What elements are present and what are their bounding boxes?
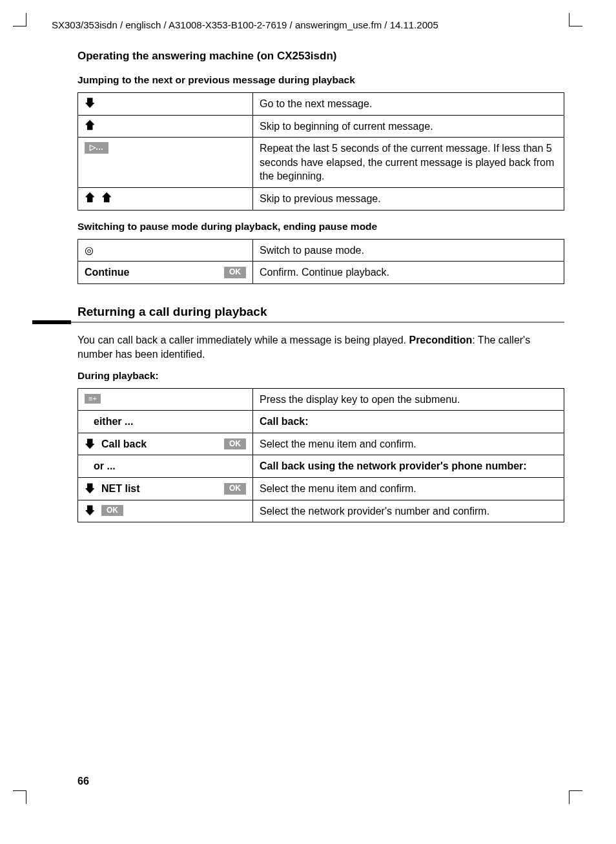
section-rule-icon [77,320,564,324]
step-description: Confirm. Continue playback. [253,262,564,284]
step-description: Skip to previous message. [253,187,564,210]
arrow-down-icon: 🡇 [85,483,96,495]
playback-nav-table: 🡇 Go to the next message. 🡅 Skip to begi… [77,92,564,211]
ok-softkey-icon: OK [224,438,246,450]
table-row: ◎ Switch to pause mode. [78,239,564,262]
table-row: ▷… Repeat the last 5 seconds of the curr… [78,138,564,188]
table-row: 🡇 NET list OK Select the menu item and c… [78,477,564,500]
pause-table: ◎ Switch to pause mode. Continue OK Conf… [77,239,564,284]
precondition-label: Precondition [409,335,472,345]
doc-path-header: SX303/353isdn / englisch / A31008-X353-B… [52,19,564,30]
subsection-heading: Jumping to the next or previous message … [77,74,564,86]
arrow-down-icon: 🡇 [85,438,96,450]
step-description: Press the display key to open the submen… [253,388,564,411]
table-row: 🡇 OK Select the network provider's numbe… [78,500,564,522]
repeat-key-icon: ▷… [85,142,108,154]
menu-item-label: Call back [101,437,147,451]
step-description: Select the menu item and confirm. [253,477,564,500]
crop-mark-icon [569,790,582,804]
paragraph-text: You can call back a caller immediately w… [77,335,409,345]
during-playback-label: During playback: [77,370,564,382]
table-row: or ... Call back using the network provi… [78,455,564,478]
crop-mark-icon [13,790,26,804]
table-row: 🡇 Go to the next message. [78,93,564,116]
crop-mark-icon [569,13,582,26]
arrow-down-icon: 🡇 [85,98,96,109]
table-row: 🡅 Skip to beginning of current message. [78,115,564,138]
table-row: Continue OK Confirm. Continue playback. [78,262,564,284]
ok-softkey-icon: OK [224,267,246,278]
table-row: either ... Call back: [78,411,564,433]
page-title: Operating the answering machine (on CX25… [77,50,564,63]
arrow-up-icon: 🡅 [85,120,96,132]
section-heading: Returning a call during playback [77,305,564,319]
either-label: either ... [94,415,133,429]
continue-label: Continue [85,265,129,280]
step-description: Skip to beginning of current message. [253,115,564,138]
table-row: 🡇 Call back OK Select the menu item and … [78,433,564,455]
table-row: 🡅 🡅 Skip to previous message. [78,187,564,210]
crop-mark-icon [13,13,26,26]
step-description: Call back using the network provider's p… [253,455,564,478]
content-area: Operating the answering machine (on CX25… [77,50,564,522]
paragraph: You can call back a caller immediately w… [77,333,564,362]
table-row: ≡+ Press the display key to open the sub… [78,388,564,411]
answering-machine-icon: ◎ [85,243,94,258]
step-description: Call back: [253,411,564,433]
page: SX303/353isdn / englisch / A31008-X353-B… [0,0,616,844]
arrow-up-icon: 🡅 [101,192,113,204]
ok-softkey-icon: OK [224,483,246,495]
step-description: Repeat the last 5 seconds of the current… [253,138,564,188]
or-label: or ... [94,459,116,473]
step-description: Select the network provider's number and… [253,500,564,522]
step-description: Switch to pause mode. [253,239,564,262]
arrow-up-icon: 🡅 [85,192,96,204]
menu-softkey-icon: ≡+ [85,394,101,404]
step-description: Go to the next message. [253,93,564,116]
step-description: Select the menu item and confirm. [253,433,564,455]
ok-softkey-icon: OK [101,505,123,517]
callback-table: ≡+ Press the display key to open the sub… [77,388,564,523]
subsection-heading: Switching to pause mode during playback,… [77,221,564,232]
arrow-down-icon: 🡇 [85,505,96,517]
menu-item-label: NET list [101,482,140,496]
page-number: 66 [77,776,89,787]
